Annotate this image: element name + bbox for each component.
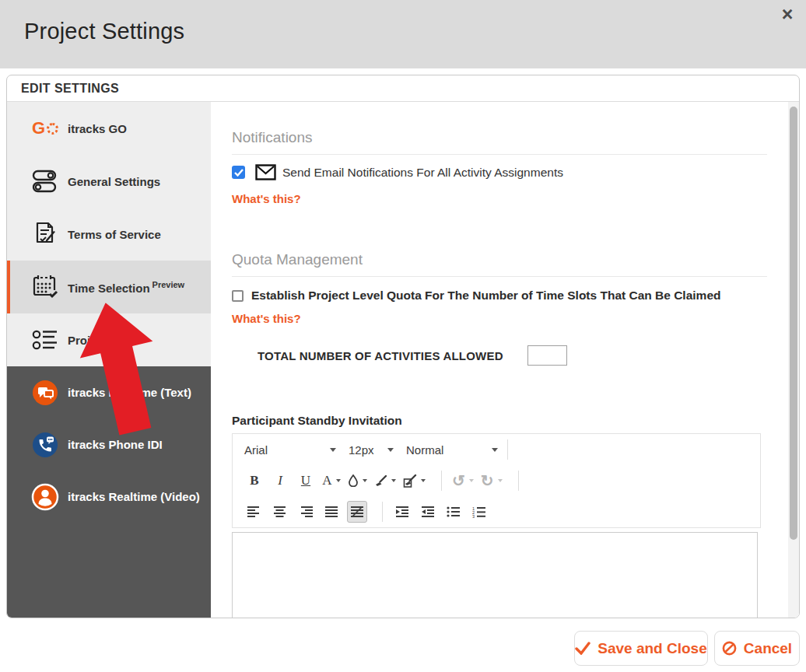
sidebar-dark-section: itracks Realtime (Text) <box>7 366 211 618</box>
undo-button[interactable]: ↺ <box>451 470 475 492</box>
numbered-list-button[interactable]: 123 <box>469 501 489 523</box>
standby-invitation-heading: Participant Standby Invitation <box>232 414 788 428</box>
sidebar-item-general-settings[interactable]: General Settings <box>7 155 211 208</box>
sidebar-item-itracks-realtime-text[interactable]: itracks Realtime (Text) <box>7 366 211 418</box>
outdent-button[interactable] <box>418 501 438 523</box>
project-settings-modal: Project Settings × EDIT SETTINGS G itrac… <box>0 0 806 672</box>
quota-checkbox[interactable] <box>232 290 244 302</box>
notifications-heading: Notifications <box>232 129 767 155</box>
underline-button[interactable]: U <box>296 470 316 492</box>
chevron-down-icon <box>363 479 367 482</box>
toolbar-row-align: 123 <box>233 496 760 527</box>
radio-list-icon <box>29 324 61 356</box>
check-icon <box>575 642 590 655</box>
chevron-down-icon <box>391 479 396 482</box>
itracks-go-logo: G <box>29 112 61 145</box>
align-center-button[interactable] <box>270 501 290 523</box>
toolbar-row-format: B I U A <box>233 465 760 496</box>
email-notifications-row: Send Email Notifications For All Activit… <box>232 164 788 180</box>
bullet-list-button[interactable] <box>443 501 464 523</box>
modal-title: Project Settings <box>24 19 184 44</box>
document-pen-icon <box>29 218 61 250</box>
chevron-down-icon <box>492 448 498 452</box>
email-notifications-label: Send Email Notifications For All Activit… <box>282 166 563 180</box>
chevron-down-icon <box>387 448 394 452</box>
font-family-dropdown[interactable]: Arial <box>244 443 336 457</box>
settings-sidebar: G itracks GO General Settings <box>7 102 211 618</box>
total-activities-input[interactable] <box>527 345 567 366</box>
sidebar-item-project-options[interactable]: Project O <box>7 313 211 366</box>
email-notifications-checkbox[interactable] <box>232 166 245 179</box>
cancel-circle-icon <box>722 641 737 656</box>
quota-checkbox-row: Establish Project Level Quota For The Nu… <box>232 289 788 303</box>
toolbar-separator <box>507 439 508 460</box>
paintbrush-doc-icon <box>403 474 417 488</box>
align-left-button[interactable] <box>244 501 265 523</box>
ink-drop-icon <box>348 474 359 487</box>
quota-heading: Quota Management <box>232 251 767 277</box>
sidebar-item-time-selection[interactable]: Time SelectionPreview <box>7 261 211 313</box>
modal-header: Project Settings × <box>0 0 806 68</box>
format-brush-doc-button[interactable] <box>402 470 426 492</box>
quota-checkbox-label: Establish Project Level Quota For The Nu… <box>251 289 720 303</box>
preview-badge: Preview <box>152 280 185 289</box>
redo-button[interactable]: ↻ <box>480 470 503 492</box>
calendar-check-icon <box>29 271 61 303</box>
close-icon[interactable]: × <box>775 2 800 26</box>
save-and-close-button[interactable]: Save and Close <box>574 631 708 666</box>
indent-button[interactable] <box>392 501 412 523</box>
chat-bubbles-icon <box>29 376 61 409</box>
total-activities-label: TOTAL NUMBER OF ACTIVITIES ALLOWED <box>258 349 503 362</box>
sidebar-item-itracks-realtime-video[interactable]: itracks Realtime (Video) <box>7 471 211 523</box>
highlight-color-button[interactable] <box>347 470 368 492</box>
rich-text-content-area[interactable] <box>232 532 758 618</box>
format-brush-button[interactable] <box>373 470 397 492</box>
edit-settings-panel: EDIT SETTINGS G itracks GO <box>6 75 800 618</box>
sidebar-item-itracks-go[interactable]: G itracks GO <box>7 102 211 155</box>
toolbar-row-fonts: Arial 12px Normal <box>233 434 760 465</box>
sidebar-item-terms-of-service[interactable]: Terms of Service <box>7 208 211 261</box>
chevron-down-icon <box>336 479 341 482</box>
sidebar-item-itracks-phone-idi[interactable]: itracks Phone IDI <box>7 418 211 471</box>
paragraph-style-dropdown[interactable]: Normal <box>406 443 498 457</box>
font-color-button[interactable]: A <box>321 470 342 492</box>
phone-icon <box>29 429 61 461</box>
svg-text:3: 3 <box>472 514 475 518</box>
font-size-dropdown[interactable]: 12px <box>349 443 394 457</box>
quota-whats-this-link[interactable]: What's this? <box>232 312 301 325</box>
chevron-down-icon <box>498 479 503 482</box>
panel-header: EDIT SETTINGS <box>7 75 799 102</box>
notifications-whats-this-link[interactable]: What's this? <box>232 192 301 205</box>
chevron-down-icon <box>330 448 336 452</box>
settings-content: Notifications Send Email Notifications F… <box>211 102 799 618</box>
chevron-down-icon <box>421 479 426 482</box>
italic-button[interactable]: I <box>270 470 290 492</box>
chevron-down-icon <box>469 479 474 482</box>
total-activities-row: TOTAL NUMBER OF ACTIVITIES ALLOWED <box>232 345 788 366</box>
bold-button[interactable]: B <box>244 470 265 492</box>
toolbar-separator <box>382 502 383 522</box>
toolbar-separator <box>441 471 442 491</box>
align-justify-button[interactable] <box>321 501 342 523</box>
toggles-icon <box>29 165 61 198</box>
cancel-button[interactable]: Cancel <box>714 631 800 666</box>
scrollbar-thumb[interactable] <box>790 107 797 540</box>
content-scrollbar[interactable] <box>788 102 799 618</box>
person-icon <box>29 481 61 513</box>
sidebar-item-label: Time Selection <box>68 282 150 295</box>
align-none-button[interactable] <box>347 501 367 523</box>
rich-text-toolbar: Arial 12px Normal B I U <box>232 433 761 528</box>
align-right-button[interactable] <box>296 501 316 523</box>
envelope-icon <box>255 164 276 180</box>
toolbar-separator <box>518 471 519 491</box>
paintbrush-icon <box>374 474 387 488</box>
